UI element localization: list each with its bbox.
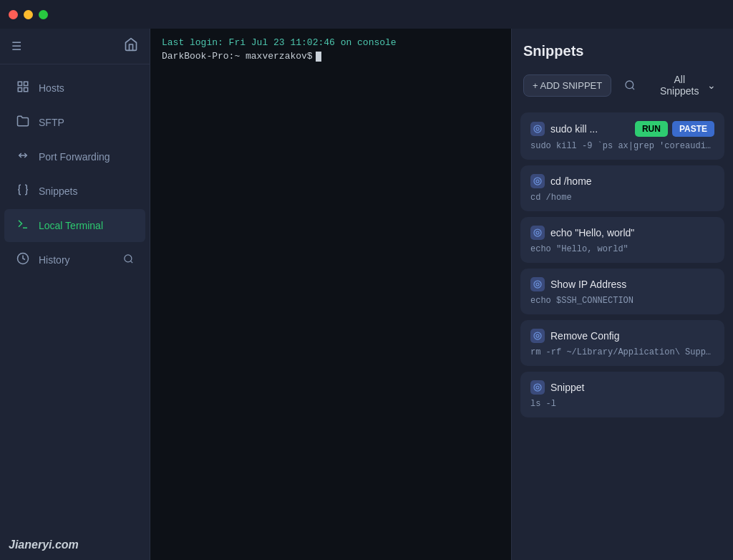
traffic-lights (9, 10, 48, 19)
snippet-top-1: sudo kill ... RUN PASTE (530, 121, 714, 137)
svg-point-8 (626, 81, 634, 89)
terminal-icon (16, 218, 30, 233)
minimize-button[interactable] (24, 10, 33, 19)
sidebar: ☰ Hosts (0, 29, 150, 560)
svg-line-9 (632, 87, 634, 90)
svg-point-6 (125, 255, 132, 262)
snippets-list: sudo kill ... RUN PASTE sudo kill -9 `ps… (512, 110, 733, 560)
sidebar-item-history[interactable]: History (4, 243, 145, 276)
watermark: Jianeryi.com (9, 539, 79, 551)
sidebar-nav: Hosts SFTP Port Forwar (0, 64, 150, 560)
grid-icon (16, 80, 30, 96)
snippets-header: Snippets + ADD SNIPPET All Snippets ⌄ (512, 29, 733, 110)
terminal-line1: Last login: Fri Jul 23 11:02:46 on conso… (162, 37, 500, 48)
add-snippet-button[interactable]: + ADD SNIPPET (523, 74, 611, 97)
snippet-name-2: cd /home (550, 175, 592, 187)
snippet-name-1: sudo kill ... (550, 123, 598, 135)
run-button-1[interactable]: RUN (635, 121, 668, 137)
svg-point-13 (534, 178, 541, 185)
snippet-top-3: echo "Hello, world" (530, 226, 714, 240)
snippet-name-row-6: Snippet (530, 380, 584, 395)
history-label: History (39, 254, 115, 266)
snippet-name-3: echo "Hello, world" (550, 227, 634, 238)
terminal-area[interactable]: Last login: Fri Jul 23 11:02:46 on conso… (150, 29, 511, 560)
svg-rect-3 (24, 88, 28, 92)
snippet-name-row-1: sudo kill ... (530, 122, 598, 136)
snippet-icon-5 (530, 329, 545, 343)
snippet-name-row-4: Show IP Address (530, 277, 626, 291)
svg-point-21 (534, 384, 541, 391)
snippet-code-2: cd /home (530, 193, 714, 203)
snippet-item-3[interactable]: echo "Hello, world" echo "Hello, world" (520, 217, 724, 263)
snippets-panel: Snippets + ADD SNIPPET All Snippets ⌄ (511, 29, 733, 560)
home-icon[interactable] (124, 37, 138, 55)
snippets-search-button[interactable] (618, 73, 641, 97)
snippet-top-5: Remove Config (530, 329, 714, 343)
svg-point-19 (534, 332, 541, 339)
hamburger-icon[interactable]: ☰ (11, 39, 21, 53)
svg-point-17 (534, 281, 541, 288)
folder-icon (16, 115, 30, 130)
snippet-code-5: rm -rf ~/Library/Application\ Suppor... (530, 347, 714, 357)
sidebar-top: ☰ (0, 29, 150, 64)
sidebar-item-port-forwarding[interactable]: Port Forwarding (4, 140, 145, 173)
svg-point-10 (536, 127, 539, 130)
snippet-icon-1 (530, 122, 545, 136)
snippet-name-row-2: cd /home (530, 174, 592, 188)
snippet-icon-2 (530, 174, 545, 188)
snippet-item-5[interactable]: Remove Config rm -rf ~/Library/Applicati… (520, 320, 724, 366)
snippet-item-1[interactable]: sudo kill ... RUN PASTE sudo kill -9 `ps… (520, 112, 724, 160)
braces-icon (16, 183, 30, 199)
clock-icon (16, 252, 30, 268)
sidebar-item-local-terminal[interactable]: Local Terminal (4, 209, 145, 242)
titlebar (0, 0, 733, 29)
all-snippets-label: All Snippets (655, 74, 705, 97)
svg-point-16 (536, 283, 539, 286)
snippet-top-2: cd /home (530, 174, 714, 188)
sidebar-item-snippets[interactable]: Snippets (4, 175, 145, 208)
snippet-name-row-5: Remove Config (530, 329, 620, 343)
snippet-name-4: Show IP Address (550, 279, 626, 290)
chevron-down-icon: ⌄ (707, 79, 716, 91)
snippet-item-6[interactable]: Snippet ls -l (520, 372, 724, 417)
all-snippets-filter-button[interactable]: All Snippets ⌄ (649, 69, 722, 101)
local-terminal-label: Local Terminal (39, 220, 134, 231)
port-forwarding-label: Port Forwarding (39, 151, 134, 163)
svg-point-12 (536, 180, 539, 183)
sidebar-item-hosts[interactable]: Hosts (4, 72, 145, 105)
svg-rect-1 (24, 82, 28, 85)
snippet-item-2[interactable]: cd /home cd /home (520, 165, 724, 211)
svg-point-11 (534, 125, 541, 132)
snippet-icon-4 (530, 277, 545, 291)
snippet-top-6: Snippet (530, 380, 714, 395)
terminal-cursor (316, 52, 321, 62)
terminal-prompt: DarkBook-Pro:~ maxverzakov$ (162, 51, 500, 62)
svg-rect-0 (18, 82, 21, 85)
close-button[interactable] (9, 10, 18, 19)
maximize-button[interactable] (39, 10, 48, 19)
svg-point-20 (536, 386, 539, 389)
history-search-icon[interactable] (123, 254, 134, 266)
snippet-top-4: Show IP Address (530, 277, 714, 291)
app-body: ☰ Hosts (0, 29, 733, 560)
snippet-code-6: ls -l (530, 399, 714, 409)
snippet-name-row-3: echo "Hello, world" (530, 226, 634, 240)
snippet-item-4[interactable]: Show IP Address echo $SSH_CONNECTION (520, 269, 724, 314)
svg-point-15 (534, 229, 541, 236)
snippet-code-3: echo "Hello, world" (530, 244, 714, 254)
snippet-actions-1: RUN PASTE (635, 121, 714, 137)
snippets-title: Snippets (523, 43, 722, 59)
snippet-icon-6 (530, 380, 545, 395)
arrow-icon (16, 149, 30, 165)
sidebar-item-sftp[interactable]: SFTP (4, 106, 145, 139)
hosts-label: Hosts (39, 82, 134, 94)
terminal-prompt-text: DarkBook-Pro:~ maxverzakov$ (162, 51, 313, 62)
sftp-label: SFTP (39, 117, 134, 128)
snippets-toolbar: + ADD SNIPPET All Snippets ⌄ (523, 69, 722, 101)
paste-button-1[interactable]: PASTE (672, 121, 714, 137)
snippet-icon-3 (530, 226, 545, 240)
snippet-code-4: echo $SSH_CONNECTION (530, 296, 714, 306)
snippet-code-1: sudo kill -9 `ps ax|grep 'coreaudio[a-z.… (530, 141, 714, 151)
snippet-name-6: Snippet (550, 382, 584, 393)
svg-point-18 (536, 334, 539, 337)
